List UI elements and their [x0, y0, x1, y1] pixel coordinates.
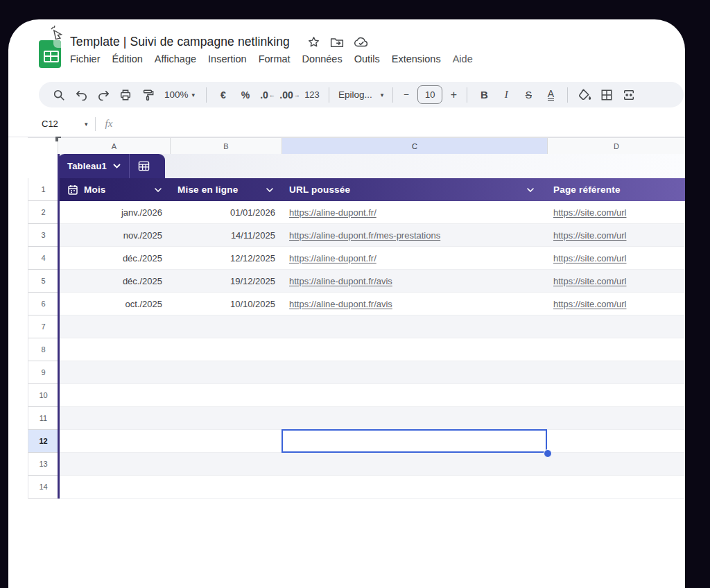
- cell-mise-en-ligne[interactable]: 14/11/2025: [171, 224, 282, 246]
- formula-input[interactable]: [112, 111, 685, 137]
- chevron-down-icon[interactable]: ▾: [85, 121, 88, 128]
- table-row[interactable]: janv./202601/01/2026https://aline-dupont…: [58, 201, 685, 224]
- undo-icon[interactable]: [71, 85, 92, 105]
- cell-page-referente-link[interactable]: https://site.com/url: [553, 253, 626, 263]
- cell-url-poussee-link[interactable]: https://aline-dupont.fr/: [289, 253, 376, 263]
- print-icon[interactable]: [115, 85, 136, 105]
- cell-mise-en-ligne[interactable]: 19/12/2025: [171, 270, 282, 292]
- column-header-b[interactable]: B: [171, 138, 282, 154]
- menu-affichage[interactable]: Affichage: [155, 53, 196, 64]
- row-number-8[interactable]: 8: [28, 338, 58, 361]
- name-box[interactable]: C12: [42, 119, 85, 129]
- header-cell-url-poussee[interactable]: URL poussée: [282, 178, 548, 201]
- menu-insertion[interactable]: Insertion: [208, 53, 247, 64]
- row-number-1[interactable]: 1: [28, 178, 58, 201]
- table-row[interactable]: [58, 361, 685, 384]
- table-row[interactable]: [58, 453, 685, 476]
- cell-mise-en-ligne[interactable]: 10/10/2025: [171, 293, 282, 315]
- table-row[interactable]: nov./202514/11/2025https://aline-dupont.…: [58, 224, 685, 247]
- select-all-corner[interactable]: [28, 138, 58, 154]
- doc-title[interactable]: Template | Suivi de campagne netlinking: [70, 35, 290, 49]
- strikethrough-button[interactable]: S: [518, 85, 539, 105]
- decrease-decimal-button[interactable]: .0←: [257, 85, 278, 105]
- fill-color-icon[interactable]: [574, 85, 595, 105]
- fill-handle[interactable]: [544, 449, 552, 458]
- merge-cells-icon[interactable]: [618, 85, 639, 105]
- cloud-saved-icon[interactable]: [354, 36, 369, 49]
- cell-page-referente[interactable]: https://site.com/url: [548, 201, 685, 223]
- cell-page-referente[interactable]: https://site.com/url: [548, 224, 685, 246]
- menu-extensions[interactable]: Extensions: [392, 53, 441, 64]
- table-row[interactable]: [58, 476, 685, 499]
- table-row[interactable]: [58, 315, 685, 338]
- font-select[interactable]: Epilog...▾: [336, 85, 386, 105]
- column-header-a[interactable]: A: [58, 138, 171, 154]
- menu-outils[interactable]: Outils: [354, 53, 380, 64]
- cell-mois[interactable]: déc./2025: [58, 247, 171, 269]
- cell-page-referente[interactable]: https://site.com/url: [548, 293, 685, 315]
- cell-url-poussee[interactable]: https://aline-dupont.fr/: [282, 247, 548, 269]
- cell-url-poussee-link[interactable]: https://aline-dupont.fr/: [289, 207, 376, 218]
- cell-page-referente[interactable]: https://site.com/url: [548, 247, 685, 269]
- star-icon[interactable]: [307, 35, 320, 49]
- cell-url-poussee[interactable]: https://aline-dupont.fr/avis: [282, 293, 548, 315]
- menu-donnees[interactable]: Données: [302, 53, 343, 64]
- table-row[interactable]: [58, 338, 685, 361]
- row-number-12[interactable]: 12: [28, 430, 58, 453]
- percent-button[interactable]: %: [235, 85, 256, 105]
- table-view-icon[interactable]: [138, 161, 150, 171]
- increase-font-size-button[interactable]: +: [447, 85, 460, 105]
- move-folder-icon[interactable]: [330, 36, 344, 49]
- menu-edition[interactable]: Édition: [112, 53, 143, 64]
- table-row[interactable]: [58, 407, 685, 430]
- row-number-11[interactable]: 11: [28, 407, 58, 430]
- cell-url-poussee-link[interactable]: https://aline-dupont.fr/avis: [289, 276, 392, 286]
- chevron-down-icon[interactable]: [155, 188, 162, 192]
- font-size-input[interactable]: 10: [417, 85, 442, 104]
- menu-format[interactable]: Format: [259, 53, 291, 64]
- chevron-down-icon[interactable]: [527, 188, 534, 192]
- table-row[interactable]: [58, 384, 685, 407]
- header-cell-page-referente[interactable]: Page référente: [548, 178, 685, 201]
- row-number-6[interactable]: 6: [28, 293, 58, 315]
- redo-icon[interactable]: [93, 85, 114, 105]
- cell-mois[interactable]: oct./2025: [58, 293, 171, 315]
- cell-page-referente-link[interactable]: https://site.com/url: [553, 299, 626, 309]
- cell-url-poussee[interactable]: https://aline-dupont.fr/: [282, 201, 548, 223]
- row-number-4[interactable]: 4: [28, 247, 58, 270]
- table-row[interactable]: oct./202510/10/2025https://aline-dupont.…: [58, 293, 685, 315]
- row-number-9[interactable]: 9: [28, 361, 58, 384]
- cell-url-poussee[interactable]: https://aline-dupont.fr/avis: [282, 270, 548, 292]
- header-cell-mois[interactable]: Mois: [58, 178, 171, 201]
- text-color-button[interactable]: A: [540, 85, 561, 105]
- table-row[interactable]: déc./202519/12/2025https://aline-dupont.…: [58, 270, 685, 293]
- search-icon[interactable]: [49, 85, 69, 105]
- decrease-font-size-button[interactable]: −: [399, 85, 413, 105]
- bold-button[interactable]: B: [474, 85, 494, 105]
- cell-url-poussee-link[interactable]: https://aline-dupont.fr/mes-prestations: [289, 230, 440, 241]
- row-number-13[interactable]: 13: [28, 453, 58, 476]
- borders-icon[interactable]: [596, 85, 617, 105]
- chevron-down-icon[interactable]: [113, 164, 121, 168]
- chevron-down-icon[interactable]: [266, 188, 273, 192]
- cell-url-poussee[interactable]: https://aline-dupont.fr/mes-prestations: [282, 224, 548, 246]
- column-header-c[interactable]: C: [282, 138, 548, 154]
- row-number-5[interactable]: 5: [28, 270, 58, 293]
- currency-button[interactable]: €: [213, 85, 234, 105]
- row-number-2[interactable]: 2: [28, 201, 58, 224]
- zoom-select[interactable]: 100%▾: [159, 85, 200, 105]
- header-cell-mise-en-ligne[interactable]: Mise en ligne: [171, 178, 282, 201]
- row-number-7[interactable]: 7: [28, 315, 58, 338]
- cell-url-poussee-link[interactable]: https://aline-dupont.fr/avis: [289, 299, 392, 309]
- cell-mois[interactable]: janv./2026: [58, 201, 171, 223]
- cell-mois[interactable]: nov./2025: [58, 224, 171, 246]
- cell-page-referente-link[interactable]: https://site.com/url: [553, 207, 626, 218]
- cell-mise-en-ligne[interactable]: 12/12/2025: [171, 247, 282, 269]
- row-number-3[interactable]: 3: [28, 224, 58, 247]
- number-format-button[interactable]: 123: [302, 85, 322, 105]
- row-number-14[interactable]: 14: [28, 476, 58, 499]
- menu-fichier[interactable]: Fichier: [70, 53, 101, 64]
- cell-mise-en-ligne[interactable]: 01/01/2026: [171, 201, 282, 223]
- column-header-d[interactable]: D: [548, 138, 685, 154]
- table-tab[interactable]: Tableau1: [58, 154, 165, 178]
